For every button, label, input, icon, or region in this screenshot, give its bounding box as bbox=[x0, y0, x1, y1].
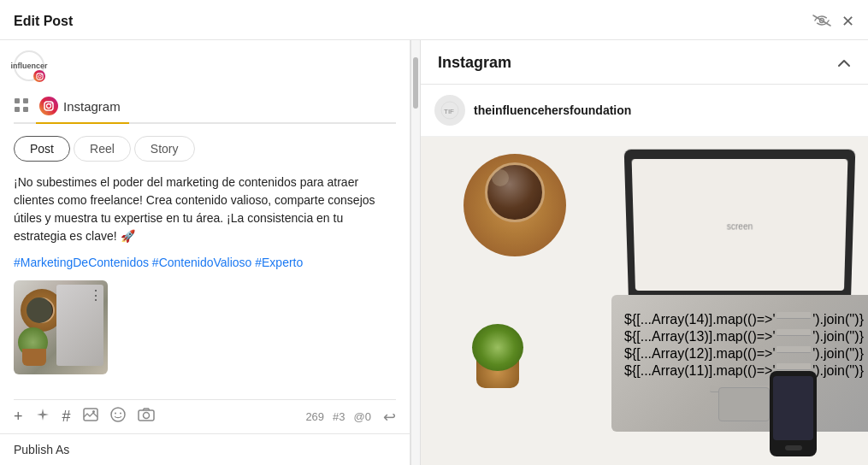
preview-avatar: TIF bbox=[434, 95, 465, 126]
sparkle-icon[interactable] bbox=[35, 407, 50, 427]
preview-account-row: TIF theinfluencehersfoundation bbox=[421, 85, 868, 137]
preview-card: TIF theinfluencehersfoundation bbox=[421, 85, 868, 465]
svg-rect-8 bbox=[44, 102, 53, 110]
platform-tabs: Instagram bbox=[14, 91, 396, 124]
format-tab-story[interactable]: Story bbox=[134, 136, 195, 162]
svg-point-2 bbox=[38, 74, 40, 77]
preview-username: theinfluencehersfoundation bbox=[474, 103, 631, 117]
image-icon[interactable] bbox=[83, 408, 98, 426]
account-row: influencer bbox=[14, 50, 396, 81]
camera-icon[interactable] bbox=[138, 408, 155, 426]
svg-point-12 bbox=[92, 410, 95, 413]
post-content[interactable]: ¡No subestimes el poder del marketing de… bbox=[14, 174, 396, 391]
format-tab-reel[interactable]: Reel bbox=[74, 136, 131, 162]
left-panel-inner: influencer bbox=[0, 40, 410, 433]
svg-rect-6 bbox=[15, 107, 20, 112]
chevron-up-icon[interactable] bbox=[837, 54, 851, 72]
char-count: 269 bbox=[305, 410, 324, 423]
svg-rect-5 bbox=[23, 98, 28, 103]
preview-image: screen ${[...Array(14)].map(()=>'').join… bbox=[421, 137, 868, 465]
svg-point-17 bbox=[143, 413, 149, 419]
scroll-thumb bbox=[413, 57, 418, 109]
svg-rect-4 bbox=[15, 98, 20, 103]
instagram-icon bbox=[39, 97, 58, 115]
svg-text:TIF: TIF bbox=[444, 108, 454, 115]
format-tab-post[interactable]: Post bbox=[14, 136, 70, 162]
scrollbar[interactable] bbox=[410, 40, 421, 465]
platform-tab-label: Instagram bbox=[63, 99, 121, 114]
right-panel: Instagram TIF theinfluenceher bbox=[421, 40, 868, 465]
svg-point-10 bbox=[50, 103, 52, 104]
hashtag-count: #3 bbox=[333, 410, 345, 423]
svg-point-3 bbox=[41, 74, 42, 74]
avatar[interactable]: influencer bbox=[14, 50, 44, 81]
hashtag-icon[interactable]: # bbox=[62, 408, 71, 426]
post-text: ¡No subestimes el poder del marketing de… bbox=[14, 174, 396, 245]
toolbar-stats: 269 #3 @0 bbox=[305, 410, 371, 423]
phone-screen bbox=[773, 376, 813, 440]
right-header: Instagram bbox=[421, 40, 868, 85]
modal-header: Edit Post ✕ bbox=[0, 0, 868, 40]
emoji-icon[interactable] bbox=[110, 407, 126, 427]
scene-background: screen ${[...Array(14)].map(()=>'').join… bbox=[421, 137, 868, 465]
modal-body: influencer bbox=[0, 40, 868, 465]
thumbnail-menu-icon[interactable]: ⋮ bbox=[89, 285, 103, 306]
phone bbox=[770, 371, 817, 456]
right-panel-title: Instagram bbox=[438, 54, 511, 72]
post-toolbar: + # bbox=[14, 399, 396, 433]
hide-icon[interactable] bbox=[812, 13, 831, 31]
format-tabs: Post Reel Story bbox=[14, 136, 396, 162]
left-panel: influencer bbox=[0, 40, 410, 465]
post-hashtags: #MarketingDeContenidos #ContenidoValioso… bbox=[14, 254, 396, 272]
phone-home-button bbox=[785, 445, 802, 450]
svg-point-9 bbox=[47, 104, 51, 109]
grid-icon[interactable] bbox=[14, 97, 29, 116]
svg-point-13 bbox=[111, 408, 125, 421]
mention-count: @0 bbox=[354, 410, 371, 423]
add-icon[interactable]: + bbox=[14, 408, 23, 426]
header-icons: ✕ bbox=[812, 12, 854, 31]
undo-icon[interactable]: ↩ bbox=[383, 408, 396, 427]
modal-container: Edit Post ✕ influencer bbox=[0, 0, 868, 465]
close-icon[interactable]: ✕ bbox=[841, 12, 854, 31]
instagram-platform-tab[interactable]: Instagram bbox=[36, 91, 129, 124]
svg-rect-7 bbox=[23, 107, 28, 112]
publish-as-row: Publish As bbox=[0, 433, 410, 465]
svg-point-15 bbox=[120, 413, 121, 415]
svg-point-14 bbox=[115, 413, 116, 415]
publish-as-label: Publish As bbox=[14, 443, 69, 456]
instagram-badge-icon bbox=[33, 70, 45, 82]
modal-title: Edit Post bbox=[14, 14, 73, 29]
